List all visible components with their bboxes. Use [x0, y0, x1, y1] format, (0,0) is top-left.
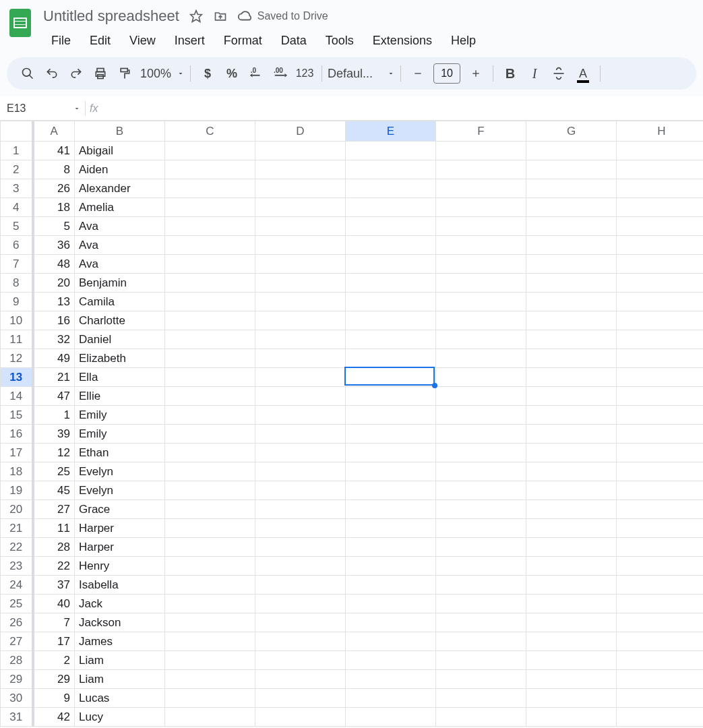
- cell[interactable]: [436, 293, 526, 311]
- strikethrough-button[interactable]: [547, 62, 570, 85]
- cell[interactable]: [436, 368, 526, 387]
- cell[interactable]: [165, 481, 255, 500]
- row-header[interactable]: 10: [1, 311, 33, 330]
- cell[interactable]: Amelia: [75, 198, 165, 217]
- cell[interactable]: Grace: [75, 500, 165, 519]
- font-family-dropdown[interactable]: Defaul...: [328, 67, 395, 81]
- cell[interactable]: Ellie: [75, 387, 165, 406]
- cell[interactable]: [165, 349, 255, 368]
- cell[interactable]: [617, 462, 704, 481]
- cell[interactable]: 7: [33, 613, 75, 632]
- cell[interactable]: [436, 236, 526, 255]
- cell[interactable]: [526, 425, 617, 444]
- column-header-A[interactable]: A: [33, 121, 75, 142]
- row-header[interactable]: 17: [1, 444, 33, 462]
- cell[interactable]: [255, 142, 346, 160]
- name-box[interactable]: E13: [0, 102, 81, 115]
- menu-extensions[interactable]: Extensions: [365, 31, 440, 51]
- print-button[interactable]: [89, 62, 112, 85]
- cell[interactable]: [255, 500, 346, 519]
- menu-help[interactable]: Help: [443, 31, 484, 51]
- cell[interactable]: [617, 632, 704, 651]
- cell[interactable]: [346, 368, 436, 387]
- paint-format-button[interactable]: [113, 62, 136, 85]
- cell[interactable]: [617, 160, 704, 179]
- formula-input[interactable]: [102, 102, 703, 114]
- cell[interactable]: Evelyn: [75, 462, 165, 481]
- cell[interactable]: [436, 689, 526, 708]
- column-header-G[interactable]: G: [526, 121, 617, 142]
- cell[interactable]: [255, 708, 346, 727]
- cell[interactable]: [255, 557, 346, 576]
- row-header[interactable]: 2: [1, 160, 33, 179]
- cell[interactable]: Elizabeth: [75, 349, 165, 368]
- cell[interactable]: [346, 311, 436, 330]
- cell[interactable]: [526, 349, 617, 368]
- cell[interactable]: [436, 576, 526, 595]
- row-header[interactable]: 7: [1, 255, 33, 274]
- cell[interactable]: 26: [33, 179, 75, 198]
- cell[interactable]: [617, 500, 704, 519]
- search-menus-button[interactable]: [16, 62, 39, 85]
- cell[interactable]: Ava: [75, 255, 165, 274]
- cell[interactable]: [436, 481, 526, 500]
- cell[interactable]: [165, 255, 255, 274]
- cell[interactable]: [526, 293, 617, 311]
- move-folder-icon[interactable]: [213, 9, 228, 24]
- cell[interactable]: Jack: [75, 595, 165, 613]
- cell[interactable]: [526, 595, 617, 613]
- more-formats-button[interactable]: 123: [293, 62, 316, 85]
- cell[interactable]: [526, 538, 617, 557]
- cell[interactable]: [346, 274, 436, 293]
- row-header[interactable]: 6: [1, 236, 33, 255]
- cell[interactable]: 32: [33, 330, 75, 349]
- row-header[interactable]: 19: [1, 481, 33, 500]
- cell[interactable]: [255, 632, 346, 651]
- cell[interactable]: [165, 160, 255, 179]
- cell[interactable]: [346, 689, 436, 708]
- cell[interactable]: [436, 179, 526, 198]
- cell[interactable]: [346, 670, 436, 689]
- cell[interactable]: 5: [33, 217, 75, 236]
- cell[interactable]: [617, 670, 704, 689]
- cell[interactable]: [346, 538, 436, 557]
- cell[interactable]: 47: [33, 387, 75, 406]
- cell[interactable]: [255, 670, 346, 689]
- cell[interactable]: [436, 255, 526, 274]
- cell[interactable]: [165, 670, 255, 689]
- cell[interactable]: [436, 500, 526, 519]
- row-header[interactable]: 12: [1, 349, 33, 368]
- cell[interactable]: [165, 557, 255, 576]
- cell[interactable]: [617, 481, 704, 500]
- cell[interactable]: [526, 160, 617, 179]
- menu-tools[interactable]: Tools: [317, 31, 362, 51]
- row-header[interactable]: 16: [1, 425, 33, 444]
- row-header[interactable]: 29: [1, 670, 33, 689]
- cell[interactable]: [436, 311, 526, 330]
- cell[interactable]: [255, 217, 346, 236]
- cell[interactable]: [255, 293, 346, 311]
- cell[interactable]: [255, 651, 346, 670]
- cell[interactable]: [526, 557, 617, 576]
- cell[interactable]: 2: [33, 651, 75, 670]
- cell[interactable]: 18: [33, 198, 75, 217]
- cell[interactable]: [526, 255, 617, 274]
- cell[interactable]: [346, 406, 436, 425]
- cell[interactable]: [255, 613, 346, 632]
- cell[interactable]: [346, 349, 436, 368]
- cell[interactable]: [617, 368, 704, 387]
- cell[interactable]: [346, 500, 436, 519]
- cell[interactable]: Harper: [75, 519, 165, 538]
- cell[interactable]: [617, 689, 704, 708]
- column-header-B[interactable]: B: [75, 121, 165, 142]
- cell[interactable]: [165, 689, 255, 708]
- cell[interactable]: Ava: [75, 236, 165, 255]
- cell[interactable]: 22: [33, 557, 75, 576]
- row-header[interactable]: 24: [1, 576, 33, 595]
- cell[interactable]: [617, 538, 704, 557]
- cell[interactable]: [255, 179, 346, 198]
- italic-button[interactable]: I: [523, 62, 546, 85]
- cell[interactable]: Emily: [75, 425, 165, 444]
- cell[interactable]: [255, 595, 346, 613]
- cell[interactable]: [617, 613, 704, 632]
